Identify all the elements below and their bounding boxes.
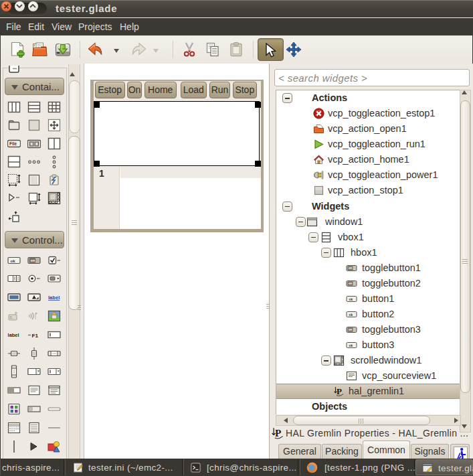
svg-text:label: label [8,332,19,338]
svg-text:ok: ok [11,258,16,262]
svg-text:on: on [349,282,353,285]
svg-text:on: on [349,266,353,270]
svg-text:ok: ok [349,344,353,347]
svg-text:ok: ok [349,297,353,301]
svg-text:P: P [337,386,342,396]
svg-text:on: on [30,258,35,262]
svg-text:File: File [9,141,17,146]
svg-text:label: label [48,295,60,301]
svg-text:P: P [275,427,281,439]
svg-text:F1: F1 [31,332,38,338]
svg-text:on: on [349,328,353,331]
svg-text:0..: 0.. [10,315,15,319]
svg-text:ok: ok [349,313,353,317]
